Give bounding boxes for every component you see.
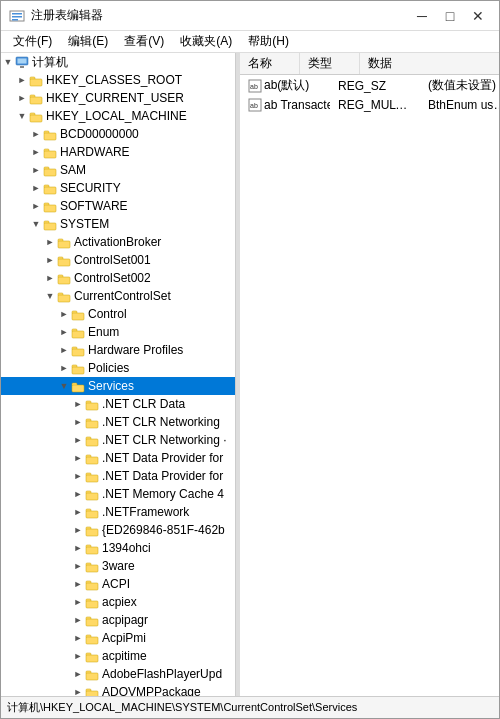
tree-node-label: {ED269846-851F-462b <box>102 523 225 537</box>
expander-icon[interactable]: ► <box>57 307 71 321</box>
expander-icon[interactable]: ► <box>71 613 85 627</box>
close-button[interactable]: ✕ <box>465 5 491 27</box>
expander-icon[interactable]: ▼ <box>43 289 57 303</box>
menu-item[interactable]: 文件(F) <box>5 31 60 52</box>
tree-row[interactable]: ►SOFTWARE <box>1 197 235 215</box>
expander-icon[interactable]: ► <box>71 505 85 519</box>
tree-row[interactable]: ▼HKEY_LOCAL_MACHINE <box>1 107 235 125</box>
svg-rect-48 <box>86 439 98 446</box>
expander-icon[interactable]: ► <box>71 541 85 555</box>
tree-row[interactable]: ►ACPI <box>1 575 235 593</box>
tree-row[interactable]: ►3ware <box>1 557 235 575</box>
expander-icon[interactable]: ► <box>29 163 43 177</box>
tree-row[interactable]: ►acpiex <box>1 593 235 611</box>
tree-row[interactable]: ►ControlSet001 <box>1 251 235 269</box>
expander-icon[interactable]: ► <box>29 199 43 213</box>
expander-icon[interactable]: ► <box>71 685 85 696</box>
tree-row[interactable]: ►1394ohci <box>1 539 235 557</box>
tree-row[interactable]: ►ActivationBroker <box>1 233 235 251</box>
detail-header: 名称类型数据 <box>240 53 499 75</box>
expander-icon[interactable]: ► <box>15 73 29 87</box>
svg-rect-30 <box>58 277 70 284</box>
expander-icon[interactable]: ► <box>15 91 29 105</box>
folder-icon <box>57 236 71 249</box>
expander-icon[interactable]: ► <box>43 235 57 249</box>
tree-row[interactable]: ►{ED269846-851F-462b <box>1 521 235 539</box>
menu-item[interactable]: 帮助(H) <box>240 31 297 52</box>
detail-row[interactable]: abab Transacted...REG_MULTI_SZBthEnum us… <box>240 96 499 114</box>
tree-row[interactable]: ►.NET CLR Networking · <box>1 431 235 449</box>
tree-row[interactable]: ►AdobeFlashPlayerUpd <box>1 665 235 683</box>
tree-row[interactable]: ►acpitime <box>1 647 235 665</box>
tree-row[interactable]: ►.NET CLR Networking <box>1 413 235 431</box>
svg-rect-46 <box>86 421 98 428</box>
expander-icon[interactable]: ► <box>71 595 85 609</box>
expander-icon[interactable]: ► <box>71 577 85 591</box>
tree-row[interactable]: ▼计算机 <box>1 53 235 71</box>
minimize-button[interactable]: ─ <box>409 5 435 27</box>
tree-row[interactable]: ►Hardware Profiles <box>1 341 235 359</box>
expander-icon[interactable]: ► <box>71 487 85 501</box>
detail-panel[interactable]: 名称类型数据 abab(默认)REG_SZ(数值未设置)abab Transac… <box>240 53 499 696</box>
expander-icon[interactable]: ► <box>71 667 85 681</box>
expander-icon[interactable]: ► <box>71 415 85 429</box>
expander-icon[interactable]: ► <box>29 145 43 159</box>
tree-row[interactable]: ▼CurrentControlSet <box>1 287 235 305</box>
menu-item[interactable]: 查看(V) <box>116 31 172 52</box>
tree-node-label: HARDWARE <box>60 145 130 159</box>
tree-row[interactable]: ►Control <box>1 305 235 323</box>
tree-row[interactable]: ▼Services <box>1 377 235 395</box>
tree-row[interactable]: ►SECURITY <box>1 179 235 197</box>
tree-row[interactable]: ►BCD00000000 <box>1 125 235 143</box>
tree-row[interactable]: ►AcpiPmi <box>1 629 235 647</box>
tree-node-label: ADOVMPPackage <box>102 685 201 696</box>
expander-icon[interactable]: ► <box>71 433 85 447</box>
detail-row[interactable]: abab(默认)REG_SZ(数值未设置) <box>240 75 499 96</box>
maximize-button[interactable]: □ <box>437 5 463 27</box>
expander-icon[interactable]: ► <box>43 271 57 285</box>
expander-icon[interactable]: ► <box>71 631 85 645</box>
expander-icon[interactable]: ► <box>29 181 43 195</box>
expander-icon[interactable]: ▼ <box>15 109 29 123</box>
tree-panel[interactable]: ▼计算机►HKEY_CLASSES_ROOT►HKEY_CURRENT_USER… <box>1 53 236 696</box>
expander-icon[interactable]: ► <box>57 361 71 375</box>
expander-icon[interactable]: ► <box>71 469 85 483</box>
tree-row[interactable]: ►ControlSet002 <box>1 269 235 287</box>
expander-icon[interactable]: ▼ <box>1 55 15 69</box>
expander-icon[interactable]: ► <box>57 343 71 357</box>
tree-node-label: .NET Memory Cache 4 <box>102 487 224 501</box>
expander-icon[interactable]: ► <box>71 397 85 411</box>
svg-rect-12 <box>30 115 42 122</box>
expander-icon[interactable]: ► <box>71 559 85 573</box>
expander-icon[interactable]: ► <box>57 325 71 339</box>
expander-icon[interactable]: ► <box>29 127 43 141</box>
tree-row[interactable]: ►ADOVMPPackage <box>1 683 235 696</box>
tree-row[interactable]: ►HKEY_CURRENT_USER <box>1 89 235 107</box>
tree-row[interactable]: ►Policies <box>1 359 235 377</box>
tree-row[interactable]: ►SAM <box>1 161 235 179</box>
folder-icon <box>29 92 43 105</box>
expander-icon[interactable]: ► <box>71 649 85 663</box>
tree-row[interactable]: ►acpipagr <box>1 611 235 629</box>
expander-icon[interactable]: ► <box>71 523 85 537</box>
menu-item[interactable]: 收藏夹(A) <box>172 31 240 52</box>
tree-row[interactable]: ►.NET Data Provider for <box>1 449 235 467</box>
expander-icon[interactable]: ► <box>71 451 85 465</box>
expander-icon[interactable]: ▼ <box>57 379 71 393</box>
tree-row[interactable]: ►.NET CLR Data <box>1 395 235 413</box>
svg-rect-66 <box>86 601 98 608</box>
menu-bar: 文件(F)编辑(E)查看(V)收藏夹(A)帮助(H) <box>1 31 499 53</box>
folder-icon <box>71 362 85 375</box>
tree-row[interactable]: ▼SYSTEM <box>1 215 235 233</box>
expander-icon[interactable]: ▼ <box>29 217 43 231</box>
tree-row[interactable]: ►.NET Data Provider for <box>1 467 235 485</box>
folder-icon <box>85 434 99 447</box>
tree-row[interactable]: ►Enum <box>1 323 235 341</box>
tree-row[interactable]: ►.NET Memory Cache 4 <box>1 485 235 503</box>
svg-text:ab: ab <box>250 83 258 90</box>
tree-row[interactable]: ►.NETFramework <box>1 503 235 521</box>
tree-row[interactable]: ►HKEY_CLASSES_ROOT <box>1 71 235 89</box>
menu-item[interactable]: 编辑(E) <box>60 31 116 52</box>
tree-row[interactable]: ►HARDWARE <box>1 143 235 161</box>
expander-icon[interactable]: ► <box>43 253 57 267</box>
